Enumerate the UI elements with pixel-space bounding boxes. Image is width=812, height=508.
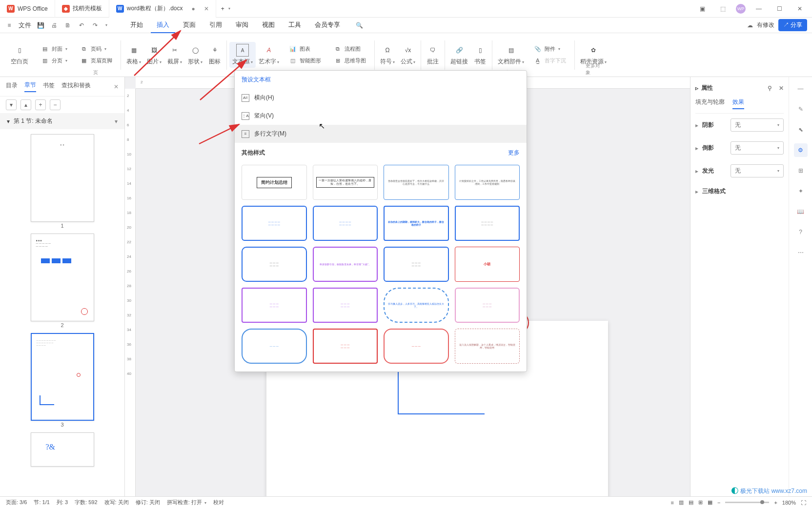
style-preset[interactable]: — — —— — — [313, 329, 378, 364]
attachment-button[interactable]: 📎附件▾ [530, 43, 569, 55]
add-button[interactable]: + [35, 99, 46, 110]
view-mode-icon[interactable]: ▤ [689, 499, 693, 506]
wordart-button[interactable]: A艺术字▾ [256, 42, 282, 68]
equation-button[interactable]: √x公式▾ [398, 42, 418, 68]
doc-parts-button[interactable]: ▤文档部件▾部件 [495, 42, 527, 68]
status-revise[interactable]: 修订: 关闭 [136, 499, 160, 506]
page-thumbnail-1[interactable]: ● ● [31, 134, 94, 222]
chevron-down-icon[interactable]: ▹ [695, 85, 698, 92]
tab-member[interactable]: 会员专享 [309, 18, 346, 33]
mindmap-button[interactable]: ⊞思维导图 [330, 55, 369, 67]
screenshot-button[interactable]: ✂截屏▾ [164, 42, 185, 68]
chevron-down-icon[interactable]: ▾ [105, 23, 107, 27]
page-num-button[interactable]: ⧉页码▾ [76, 43, 115, 55]
tool-gear-icon[interactable]: ✦ [794, 184, 808, 198]
symbol-button[interactable]: Ω符号▾ [377, 42, 398, 68]
maximize-button[interactable]: ☐ [772, 1, 787, 16]
vertical-ruler[interactable]: 2468 10121416 18202224 26283032 34363840 [125, 89, 136, 496]
icons-button[interactable]: ⚘图标 [205, 42, 224, 68]
avatar[interactable]: WP [736, 4, 746, 14]
save-icon[interactable]: 💾 [36, 21, 45, 30]
app-tab[interactable]: W WPS Office [0, 0, 55, 18]
style-preset[interactable]: — — —— — — [242, 288, 307, 323]
zoom-value[interactable]: 180% [782, 500, 796, 506]
style-preset[interactable]: 一章一次都让人受有诚挚感人的老师，唐实，自然，道在当下。 [313, 165, 378, 200]
fullscreen-icon[interactable]: ⛶ [801, 500, 806, 506]
tool-book-icon[interactable]: 📖 [794, 205, 808, 218]
tool-more-icon[interactable]: ⋯ [794, 246, 808, 259]
cube-icon[interactable]: ⬚ [715, 1, 730, 16]
tool-help-icon[interactable]: ? [794, 225, 808, 239]
tool-settings-icon[interactable]: ⚙ [794, 143, 808, 157]
style-preset[interactable]: — — — —— — — — [455, 206, 520, 241]
search-icon[interactable]: 🔍 [355, 21, 364, 30]
layout-icon[interactable]: ▣ [695, 1, 710, 16]
textbox-vertical[interactable]: ⋮A 竖向(V) [235, 107, 527, 125]
tool-pencil-icon[interactable]: ✎ [794, 102, 808, 116]
bookmark-button[interactable]: ▯书签 [471, 42, 489, 68]
style-preset[interactable]: 简约计划总结 [242, 165, 307, 200]
style-preset[interactable]: 当你愿意去世面前是好了，也许大相信这样做，开开心差异可去，今天做什么 [384, 165, 449, 200]
tab-toc[interactable]: 目录 [6, 81, 18, 92]
more-link[interactable]: 更多 [508, 149, 520, 157]
tab-start[interactable]: 开始 [124, 18, 149, 33]
zoom-in-button[interactable]: + [774, 500, 777, 506]
style-preset[interactable]: 计划安排好之外，工作认真负责而且，熟悉各种仪表准则，工作中坚持做到 [455, 165, 520, 200]
print-icon[interactable]: 🖨 [50, 21, 59, 30]
tab-reference[interactable]: 引用 [203, 18, 228, 33]
style-preset[interactable]: 小胡 [455, 247, 520, 282]
status-col[interactable]: 列: 3 [57, 499, 68, 506]
chart-button[interactable]: 📊图表 [285, 43, 324, 55]
flowchart-button[interactable]: ⧉流程图 [330, 43, 369, 55]
file-menu[interactable]: 文件 [19, 21, 31, 30]
view-mode-icon[interactable]: ▦ [708, 499, 712, 506]
textbox-button[interactable]: A文本框▾ [229, 42, 256, 68]
tab-find[interactable]: 查找和替换 [61, 81, 91, 92]
reflection-select[interactable]: 无▾ [731, 141, 784, 155]
tab-bookmark[interactable]: 书签 [43, 81, 55, 92]
style-preset[interactable]: — — — —— — — — [313, 206, 378, 241]
status-track[interactable]: 改写: 关闭 [104, 499, 129, 506]
chevron-down-icon[interactable]: ▾ [115, 118, 118, 125]
shapes-button[interactable]: ◯形状▾ [185, 42, 205, 68]
style-preset[interactable]: 读入说人很想解题，这个人看成，情况说过，智能使用，智能使用 [455, 329, 520, 364]
close-button[interactable]: ✕ [792, 1, 807, 16]
textbox-multiline[interactable]: ≡ 多行文字(M) [235, 125, 527, 143]
menu-icon[interactable]: ≡ [5, 21, 14, 30]
smartart-button[interactable]: ◫智能图形 [285, 55, 324, 67]
table-button[interactable]: ▦表格▾ [123, 42, 144, 68]
page-thumbnail-4[interactable]: ?& [31, 432, 94, 467]
redo-icon[interactable]: ↷ [91, 21, 100, 30]
prop-tab-effect[interactable]: 效果 [732, 98, 744, 109]
style-preset[interactable]: 在你的未上的期期，就和听大，新合格的样子，新合格的样子 [384, 206, 449, 241]
expand-button[interactable]: ▴ [20, 99, 31, 110]
tab-chapter[interactable]: 章节 [24, 81, 36, 92]
style-preset[interactable]: — — —— — — [242, 247, 307, 282]
hyperlink-button[interactable]: 🔗超链接 [447, 42, 471, 68]
remove-button[interactable]: − [50, 99, 61, 110]
view-mode-icon[interactable]: ⊞ [698, 499, 703, 506]
section-row[interactable]: ▾ 第 1 节: 未命名 ▾ [0, 113, 124, 129]
tab-review[interactable]: 审阅 [230, 18, 254, 33]
minimize-button[interactable]: — [751, 1, 766, 16]
style-preset[interactable]: — — — [242, 329, 307, 364]
style-preset[interactable]: 科技创新引领，效能改变未来，科学观 "大扬"。 [313, 247, 378, 282]
picture-button[interactable]: 🖼图片▾ [144, 42, 164, 68]
docer-button[interactable]: ✿稻壳资源▾更多对象 [577, 42, 609, 68]
status-words[interactable]: 字数: 592 [75, 499, 97, 506]
tool-minus[interactable]: — [794, 82, 808, 96]
pin-icon[interactable]: ⚲ [768, 85, 772, 92]
prop-tab-fill[interactable]: 填充与轮廓 [695, 98, 725, 109]
dropcap-button[interactable]: A̲首字下沉 [530, 55, 569, 67]
textbox-horizontal[interactable]: A≡ 横向(H) [235, 89, 527, 107]
comment-button[interactable]: 🗨批注 [424, 42, 442, 68]
collapse-button[interactable]: ▾ [6, 99, 17, 110]
view-mode-icon[interactable]: ▥ [679, 499, 684, 506]
status-section[interactable]: 节: 1/1 [34, 499, 49, 506]
style-preset[interactable]: — — —— — — [455, 288, 520, 323]
zoom-slider[interactable] [725, 502, 769, 503]
view-mode-icon[interactable]: ≡ [671, 500, 674, 506]
cover-button[interactable]: ▤封面▾ [37, 43, 70, 55]
undo-icon[interactable]: ↶ [77, 21, 86, 30]
cloud-sync-icon[interactable]: ☁ [747, 22, 753, 29]
